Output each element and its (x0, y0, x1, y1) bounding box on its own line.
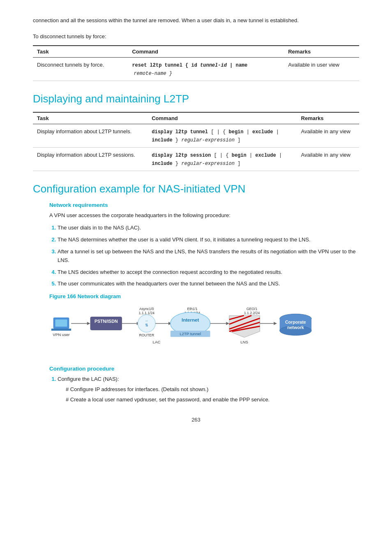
corp-label2: network (287, 325, 304, 330)
corp-label1: Corporate (285, 320, 306, 325)
config-step1-title: Configure the LAC (NAS): (58, 376, 119, 382)
eth-label: Eth1/1 (187, 307, 197, 311)
col-remarks: Remarks (297, 112, 359, 124)
disconnect-table: Task Command Remarks Disconnect tunnels … (33, 45, 359, 81)
list-item-text: After a tunnel is set up between the NAS… (58, 248, 356, 263)
command-cell: reset l2tp tunnel { id tunnel-id | name … (128, 57, 284, 81)
table-row: Display information about L2TP sessions.… (33, 147, 359, 171)
section2-title: Configuration example for NAS-initiated … (33, 183, 359, 195)
task-cell: Display information about L2TP tunnels. (33, 124, 148, 147)
network-req-list: The user dials in to the NAS (LAC). The … (33, 224, 359, 288)
list-item-text: The user dials in to the NAS (LAC). (58, 225, 141, 231)
col-command: Command (128, 46, 284, 58)
lns-label: LNS (240, 340, 248, 344)
vpn-user-label: VPN user (53, 333, 70, 337)
internet-label: Internet (182, 317, 199, 322)
config-proc-list: Configure the LAC (NAS): # Configure IP … (33, 375, 359, 404)
vpn-user-screen (55, 320, 67, 327)
section1-title: Displaying and maintaining L2TP (33, 93, 359, 105)
list-item: The user dials in to the NAS (LAC). (58, 224, 359, 232)
figure-title: Figure 166 Network diagram (33, 293, 359, 299)
command-cell: display l2tp session [ | { begin | exclu… (148, 147, 297, 171)
command-cell: display l2tp tunnel [ | { begin | exclud… (148, 124, 297, 147)
geo-ip: 1.1.2.2/24 (244, 311, 260, 315)
col-remarks: Remarks (284, 46, 359, 58)
intro-text: connection and all the sessions within t… (33, 16, 359, 25)
list-item-text: The user communicates with the headquart… (58, 280, 280, 287)
network-req-intro: A VPN user accesses the corporate headqu… (33, 211, 359, 220)
geo-label: GEO/1 (247, 307, 258, 311)
list-item: The NAS determines whether the user is a… (58, 236, 359, 244)
page-number: 263 (33, 417, 359, 423)
list-item: The user communicates with the headquart… (58, 280, 359, 288)
task-cell: Display information about L2TP sessions. (33, 147, 148, 171)
to-text: To disconnect tunnels by force: (33, 32, 359, 41)
config-sub1: # Configure IP addresses for interfaces.… (58, 385, 359, 394)
cmd-text: display l2tp session [ | { begin | exclu… (152, 153, 282, 167)
list-item: After a tunnel is set up between the NAS… (58, 248, 359, 265)
list-item-text: The NAS determines whether the user is a… (58, 236, 311, 243)
arrow1-head (87, 322, 90, 325)
config-sub2: # Create a local user named vpdnuser, se… (58, 396, 359, 404)
pstn-label: PSTN/ISDN (95, 319, 118, 324)
l2tp-label: L2TP tunnel (180, 332, 201, 336)
remarks-cell: Available in any view (297, 124, 359, 147)
col-task: Task (33, 112, 148, 124)
arrow5-head (274, 322, 277, 325)
cmd-bold: reset l2tp tunnel { id tunnel-id | name (132, 63, 247, 68)
cmd-italic: remote-name } (132, 71, 172, 76)
async-label: Async1/0 (139, 307, 154, 311)
config-proc-subtitle: Configuration procedure (33, 366, 359, 372)
remarks-cell: Available in user view (284, 57, 359, 81)
diagram-container: VPN user PSTN/ISDN ↔ ⇅ ROUTER Async1/0 1… (33, 303, 359, 357)
table-row: Disconnect tunnels by force. reset l2tp … (33, 57, 359, 81)
router-icon-text: ↔ (145, 319, 148, 323)
task-cell: Disconnect tunnels by force. (33, 57, 128, 81)
display-table: Task Command Remarks Display information… (33, 112, 359, 171)
col-task: Task (33, 46, 128, 58)
list-item-text: The LNS decides whether to accept the co… (58, 269, 282, 275)
col-command: Command (148, 112, 297, 124)
list-item: The LNS decides whether to accept the co… (58, 268, 359, 277)
vpn-user-base (51, 329, 71, 331)
async-ip: 1.1.1.1/24 (139, 311, 155, 315)
router-icon-text2: ⇅ (145, 323, 148, 327)
router-label: ROUTER (139, 334, 154, 338)
remarks-cell: Available in any view (297, 147, 359, 171)
config-step1: Configure the LAC (NAS): # Configure IP … (58, 375, 359, 404)
network-req-subtitle: Network requirements (33, 202, 359, 208)
cmd-text: display l2tp tunnel [ | { begin | exclud… (152, 129, 279, 143)
arrow4-head (226, 322, 229, 325)
lac-label: LAC (153, 340, 161, 344)
network-diagram: VPN user PSTN/ISDN ↔ ⇅ ROUTER Async1/0 1… (49, 303, 359, 356)
table-row: Display information about L2TP tunnels. … (33, 124, 359, 147)
